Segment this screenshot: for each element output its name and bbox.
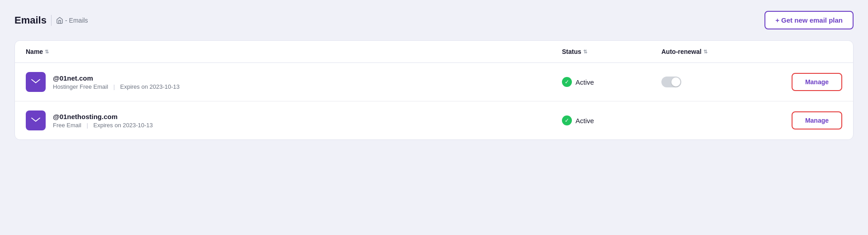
breadcrumb-label: Emails xyxy=(69,17,88,24)
home-icon xyxy=(56,17,63,24)
manage-button[interactable]: Manage xyxy=(792,73,842,91)
get-new-email-plan-button[interactable]: + Get new email plan xyxy=(764,11,854,29)
sort-icon-auto-renewal[interactable]: ⇅ xyxy=(703,49,708,54)
svg-rect-0 xyxy=(31,78,41,86)
breadcrumb: - Emails xyxy=(56,17,88,24)
meta-separator: | xyxy=(86,122,88,129)
table-row: @01nethosting.com Free Email | Expires o… xyxy=(15,101,853,139)
sort-icon-name[interactable]: ⇅ xyxy=(45,49,49,54)
email-cell: @01net.com Hostinger Free Email | Expire… xyxy=(26,72,562,92)
status-label: Active xyxy=(576,78,594,86)
action-cell: Manage xyxy=(761,73,842,91)
sort-icon-status[interactable]: ⇅ xyxy=(583,49,587,54)
status-check-icon: ✓ xyxy=(562,115,572,125)
action-cell: Manage xyxy=(761,111,842,129)
email-expiry: Expires on 2023-10-13 xyxy=(120,83,180,90)
email-icon xyxy=(26,72,46,92)
auto-renewal-cell xyxy=(661,77,761,87)
meta-separator: | xyxy=(113,83,115,90)
email-expiry: Expires on 2023-10-13 xyxy=(94,122,153,129)
email-info: @01net.com Hostinger Free Email | Expire… xyxy=(53,74,179,90)
email-cell: @01nethosting.com Free Email | Expires o… xyxy=(26,110,562,130)
breadcrumb-sep: - xyxy=(65,17,67,24)
manage-button[interactable]: Manage xyxy=(792,111,842,129)
col-header-auto-renewal: Auto-renewal ⇅ xyxy=(661,48,761,55)
email-meta: Free Email | Expires on 2023-10-13 xyxy=(53,122,153,129)
toggle-knob xyxy=(671,77,680,86)
email-icon xyxy=(26,110,46,130)
status-label: Active xyxy=(576,117,594,125)
top-bar: Emails - Emails + Get new email plan xyxy=(14,11,854,29)
auto-renewal-toggle[interactable] xyxy=(661,77,681,87)
email-meta: Hostinger Free Email | Expires on 2023-1… xyxy=(53,83,179,90)
email-address: @01nethosting.com xyxy=(53,113,153,120)
col-header-name: Name ⇅ xyxy=(26,48,562,55)
email-info: @01nethosting.com Free Email | Expires o… xyxy=(53,113,153,129)
breadcrumb-area: Emails - Emails xyxy=(14,14,88,26)
status-check-icon: ✓ xyxy=(562,77,572,87)
email-plan: Free Email xyxy=(53,122,81,129)
table-header: Name ⇅ Status ⇅ Auto-renewal ⇅ xyxy=(15,41,853,63)
emails-table: Name ⇅ Status ⇅ Auto-renewal ⇅ @01net.co… xyxy=(14,40,854,140)
svg-rect-1 xyxy=(31,116,41,125)
col-header-status: Status ⇅ xyxy=(562,48,661,55)
vertical-divider xyxy=(51,15,52,26)
page-title: Emails xyxy=(14,14,47,26)
table-row: @01net.com Hostinger Free Email | Expire… xyxy=(15,63,853,101)
email-plan: Hostinger Free Email xyxy=(53,83,108,90)
status-cell: ✓ Active xyxy=(562,77,661,87)
status-cell: ✓ Active xyxy=(562,115,661,125)
email-address: @01net.com xyxy=(53,74,179,82)
